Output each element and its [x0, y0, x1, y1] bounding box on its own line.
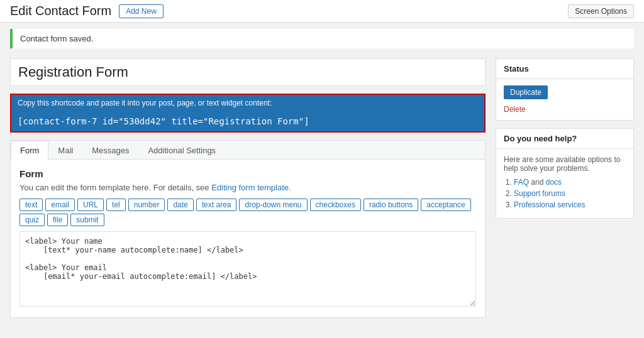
help-item-2: Support forums: [514, 189, 626, 198]
tag-textarea[interactable]: text area: [196, 199, 237, 211]
add-new-button[interactable]: Add New: [119, 4, 164, 18]
tag-submit[interactable]: submit: [70, 214, 104, 226]
help-and-text: and: [531, 178, 545, 187]
tag-acceptance[interactable]: acceptance: [421, 199, 470, 211]
left-column: Copy this shortcode and paste it into yo…: [10, 58, 486, 318]
tab-messages[interactable]: Messages: [82, 141, 138, 160]
tag-url[interactable]: URL: [77, 199, 104, 211]
tabs-area: Form Mail Messages Additional Settings F…: [10, 140, 486, 318]
tag-dropdown[interactable]: drop-down menu: [239, 199, 307, 211]
form-section-title: Form: [19, 168, 476, 179]
shortcode-value[interactable]: [contact-form-7 id="530dd42" title="Regi…: [11, 111, 484, 131]
professional-services-link[interactable]: Professional services: [514, 200, 585, 209]
form-code-textarea[interactable]: <label> Your name [text* your-name autoc…: [19, 231, 476, 307]
status-box-title: Status: [496, 59, 633, 79]
page-title: Edit Contact Form: [10, 4, 111, 18]
form-title-box: [10, 58, 486, 86]
tag-email[interactable]: email: [45, 199, 75, 211]
shortcode-instruction: Copy this shortcode and paste it into yo…: [11, 95, 484, 111]
status-box-content: Duplicate Delete: [496, 79, 633, 120]
right-column: Status Duplicate Delete Do you need help…: [496, 58, 634, 219]
docs-link[interactable]: docs: [546, 178, 562, 187]
help-item-1: FAQ and docs: [514, 178, 626, 187]
delete-link[interactable]: Delete: [504, 105, 526, 114]
success-notice: Contact form saved.: [10, 29, 634, 48]
duplicate-button[interactable]: Duplicate: [504, 85, 548, 99]
editing-form-template-link[interactable]: Editing form template.: [211, 183, 291, 192]
form-desc-text: You can edit the form template here. For…: [19, 183, 209, 192]
help-box: Do you need help? Here are some availabl…: [496, 128, 634, 219]
tab-mail[interactable]: Mail: [48, 141, 82, 160]
tag-number[interactable]: number: [128, 199, 165, 211]
form-tags: text email URL tel number date text area…: [19, 199, 476, 226]
notice-message: Contact form saved.: [20, 34, 93, 43]
shortcode-section: Copy this shortcode and paste it into yo…: [10, 94, 486, 133]
tag-file[interactable]: file: [47, 214, 68, 226]
tag-date[interactable]: date: [167, 199, 193, 211]
top-bar: Edit Contact Form Add New Screen Options: [0, 0, 644, 23]
tab-content-form: Form You can edit the form template here…: [11, 160, 485, 317]
tag-radio[interactable]: radio buttons: [364, 199, 418, 211]
tag-quiz[interactable]: quiz: [19, 214, 45, 226]
tag-text[interactable]: text: [19, 199, 43, 211]
tag-checkboxes[interactable]: checkboxes: [310, 199, 361, 211]
form-section-desc: You can edit the form template here. For…: [19, 183, 476, 192]
support-forums-link[interactable]: Support forums: [514, 189, 565, 198]
status-box: Status Duplicate Delete: [496, 58, 634, 121]
help-item-3: Professional services: [514, 200, 626, 209]
form-title-input[interactable]: [18, 64, 477, 80]
tab-additional-settings[interactable]: Additional Settings: [138, 141, 225, 160]
screen-options-button[interactable]: Screen Options: [568, 4, 634, 18]
main-content: Copy this shortcode and paste it into yo…: [0, 48, 644, 328]
help-intro: Here are some available options to help …: [504, 155, 626, 173]
help-box-title: Do you need help?: [496, 129, 633, 149]
tab-form[interactable]: Form: [11, 141, 48, 160]
help-list: FAQ and docs Support forums Professional…: [504, 178, 626, 209]
help-box-content: Here are some available options to help …: [496, 149, 633, 218]
faq-link[interactable]: FAQ: [514, 178, 529, 187]
tabs-header: Form Mail Messages Additional Settings: [11, 141, 485, 160]
tag-tel[interactable]: tel: [106, 199, 126, 211]
